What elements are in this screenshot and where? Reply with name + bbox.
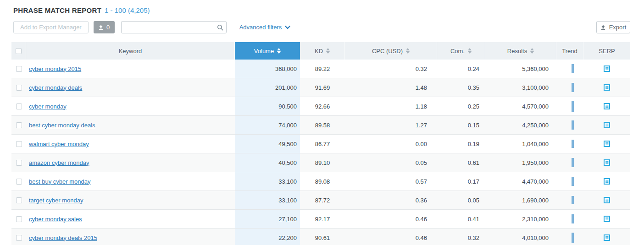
volume-value: 33,100 — [278, 178, 297, 185]
row-checkbox[interactable] — [16, 103, 22, 109]
result-range-count: 1 - 100 (4,205) — [105, 6, 150, 14]
keyword-link[interactable]: cyber monday — [29, 103, 67, 110]
com-value: 0.25 — [468, 103, 479, 110]
advanced-filters-label: Advanced filters — [239, 24, 282, 31]
upload-icon — [98, 25, 104, 30]
cpc-cell: 0.05 — [345, 153, 437, 172]
volume-value: 27,100 — [278, 216, 297, 223]
keyword-link[interactable]: best buy cyber monday — [29, 178, 90, 185]
select-all-cell — [11, 42, 26, 60]
kd-cell: 92.66 — [300, 97, 345, 115]
trend-cell — [556, 153, 583, 172]
column-header-kd[interactable]: KD — [300, 42, 345, 60]
table-row: best buy cyber monday 33,100 89.08 0.57 … — [11, 172, 630, 191]
column-label: Com. — [450, 48, 465, 54]
keyword-cell: best buy cyber monday — [26, 172, 235, 191]
serp-icon[interactable] — [604, 103, 610, 109]
column-header-volume[interactable]: Volume — [235, 42, 300, 60]
row-select-cell — [11, 229, 26, 245]
row-checkbox[interactable] — [16, 179, 22, 185]
add-to-export-manager-button[interactable]: Add to Export Manager — [13, 21, 89, 33]
trend-sparkline-bar — [572, 214, 574, 223]
table-row: cyber monday 2015 368,000 89.22 0.32 0.2… — [11, 60, 630, 78]
column-header-cpc[interactable]: CPC (USD) — [345, 42, 437, 60]
keyword-link[interactable]: cyber monday sales — [29, 216, 82, 223]
serp-icon[interactable] — [604, 197, 610, 203]
results-value: 5,360,000 — [522, 65, 549, 72]
kd-cell: 92.17 — [300, 210, 345, 228]
table-row: cyber monday sales 27,100 92.17 0.46 0.4… — [11, 210, 630, 229]
kd-value: 89.58 — [315, 122, 330, 129]
keyword-link[interactable]: best cyber monday deals — [29, 122, 95, 129]
keyword-link[interactable]: cyber monday deals — [29, 84, 82, 91]
column-label: KD — [315, 48, 323, 54]
results-value: 1,040,000 — [522, 141, 549, 147]
sort-icon — [530, 48, 534, 54]
trend-cell — [556, 97, 583, 115]
cpc-cell: 0.36 — [345, 191, 437, 209]
search-input[interactable] — [122, 22, 214, 33]
volume-cell: 22,200 — [235, 229, 300, 245]
trend-sparkline-bar — [572, 158, 574, 167]
volume-value: 74,000 — [278, 122, 297, 129]
table-row: target cyber monday 33,100 87.72 0.36 0.… — [11, 191, 630, 210]
volume-cell: 74,000 — [235, 116, 300, 134]
results-value: 4,570,000 — [522, 103, 549, 110]
serp-icon[interactable] — [604, 122, 610, 128]
toolbar: Add to Export Manager 0 Advanced filters… — [13, 21, 630, 33]
chevron-down-icon — [285, 26, 290, 29]
keyword-link[interactable]: walmart cyber monday — [29, 141, 89, 147]
trend-sparkline-bar — [572, 64, 574, 73]
keyword-link[interactable]: cyber monday 2015 — [29, 65, 81, 72]
row-checkbox[interactable] — [16, 122, 22, 128]
serp-icon[interactable] — [604, 84, 610, 91]
keyword-link[interactable]: target cyber monday — [29, 197, 83, 204]
table-row: best cyber monday deals 74,000 89.58 1.2… — [11, 116, 630, 135]
advanced-filters-toggle[interactable]: Advanced filters — [239, 24, 291, 31]
results-cell: 1,690,000 — [485, 191, 556, 209]
results-cell: 4,010,000 — [485, 229, 556, 245]
serp-cell — [583, 153, 630, 172]
row-checkbox[interactable] — [16, 66, 22, 72]
select-all-checkbox[interactable] — [16, 48, 22, 54]
kd-value: 89.22 — [315, 65, 330, 72]
trend-sparkline-bar — [572, 120, 574, 130]
volume-value: 49,500 — [278, 141, 297, 147]
kd-cell: 89.08 — [300, 172, 345, 191]
serp-icon[interactable] — [604, 159, 610, 166]
kd-cell: 90.61 — [300, 229, 345, 245]
kd-cell: 87.72 — [300, 191, 345, 209]
results-cell: 4,250,000 — [485, 116, 556, 134]
keyword-link[interactable]: amazon cyber monday — [29, 159, 89, 166]
results-value: 1,950,000 — [522, 159, 549, 166]
column-header-results[interactable]: Results — [485, 42, 556, 60]
serp-icon[interactable] — [604, 141, 610, 147]
serp-icon[interactable] — [604, 216, 610, 222]
volume-cell: 27,100 — [235, 210, 300, 228]
kd-value: 91.69 — [315, 84, 330, 91]
row-checkbox[interactable] — [16, 197, 22, 203]
serp-icon[interactable] — [604, 65, 610, 72]
search-icon[interactable] — [214, 22, 226, 33]
export-button[interactable]: Export — [596, 21, 630, 33]
row-checkbox[interactable] — [16, 235, 22, 241]
row-checkbox[interactable] — [16, 141, 22, 147]
sort-icon — [326, 48, 330, 54]
com-cell: 0.25 — [437, 97, 485, 115]
results-value: 3,100,000 — [522, 84, 549, 91]
row-checkbox[interactable] — [16, 216, 22, 222]
row-checkbox[interactable] — [16, 85, 22, 91]
kd-cell: 89.10 — [300, 153, 345, 172]
keyword-link[interactable]: cyber monday deals 2015 — [29, 234, 97, 241]
column-header-com[interactable]: Com. — [437, 42, 485, 60]
serp-cell — [583, 135, 630, 153]
results-value: 1,690,000 — [522, 197, 549, 204]
table-row: walmart cyber monday 49,500 86.77 0.00 0… — [11, 135, 630, 153]
keyword-cell: cyber monday deals — [26, 78, 235, 97]
serp-icon[interactable] — [604, 178, 610, 185]
kd-cell: 89.58 — [300, 116, 345, 134]
export-queue-button[interactable]: 0 — [94, 21, 115, 33]
trend-sparkline-bar — [572, 196, 574, 204]
serp-icon[interactable] — [604, 234, 610, 241]
row-checkbox[interactable] — [16, 160, 22, 166]
